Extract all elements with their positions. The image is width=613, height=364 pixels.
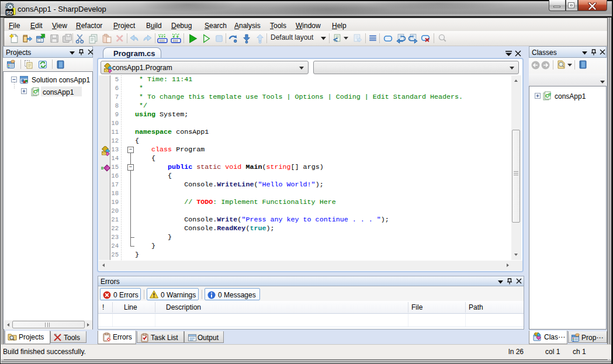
- svg-text:SD: SD: [6, 10, 13, 16]
- svg-text:#: #: [36, 87, 40, 93]
- svg-text:#: #: [548, 91, 552, 98]
